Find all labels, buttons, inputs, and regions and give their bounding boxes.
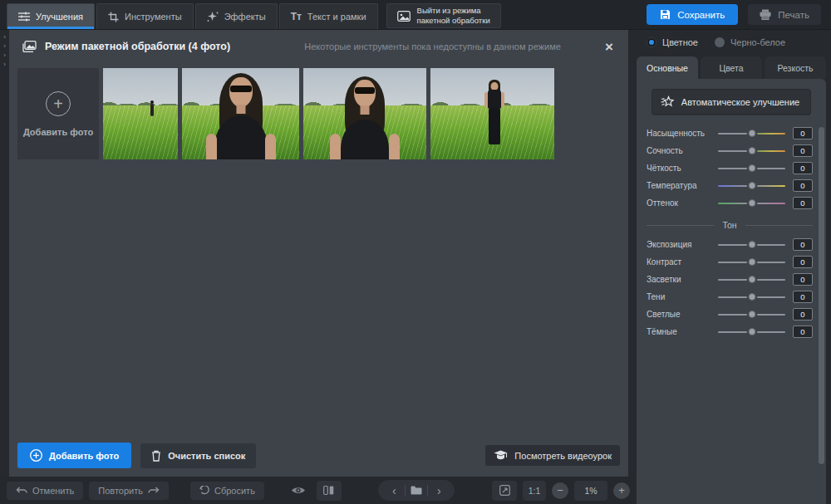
slider-value[interactable]: 0: [793, 127, 813, 139]
slider-track-right: [757, 296, 786, 298]
before-after-button[interactable]: [317, 481, 342, 501]
panel-scrollbar[interactable]: [819, 127, 824, 464]
slider-track[interactable]: [718, 146, 785, 155]
add-photo-tile[interactable]: + Добавить фото: [17, 68, 99, 159]
slider-knob[interactable]: [748, 182, 755, 189]
slider-track[interactable]: [718, 292, 785, 301]
slider-value[interactable]: 0: [793, 197, 813, 209]
open-folder-button[interactable]: [406, 486, 427, 495]
add-photo-button[interactable]: Добавить фото: [17, 443, 131, 468]
zoom-level[interactable]: 1%: [574, 481, 607, 501]
slider-row: Температура0: [637, 177, 826, 194]
thumbnail-strip: + Добавить фото: [9, 63, 628, 159]
preview-eye-button[interactable]: [286, 481, 311, 501]
photo-thumbnail[interactable]: [182, 68, 299, 159]
slider-value[interactable]: 0: [793, 273, 813, 286]
tab-basic[interactable]: Основные: [637, 56, 698, 79]
photo-thumbnail[interactable]: [430, 68, 554, 159]
slider-value[interactable]: 0: [793, 325, 813, 338]
slider-knob[interactable]: [748, 258, 755, 266]
slider-track[interactable]: [718, 275, 785, 284]
slider-track[interactable]: [718, 257, 785, 267]
slider-value[interactable]: 0: [793, 144, 813, 157]
slider-row: Светлые0: [637, 306, 826, 323]
tab-text-frames[interactable]: Tт Текст и рамки: [279, 3, 378, 29]
photo-list: [103, 68, 554, 159]
fit-to-screen-button[interactable]: [492, 481, 517, 501]
slider-track[interactable]: [718, 327, 785, 336]
zoom-in-button[interactable]: +: [613, 482, 630, 499]
slider-knob[interactable]: [748, 241, 755, 248]
photo-scene-shades: [230, 86, 252, 92]
slider-knob[interactable]: [748, 328, 755, 335]
reset-button[interactable]: Сбросить: [190, 482, 264, 500]
print-label: Печать: [778, 10, 809, 20]
divider: [647, 225, 714, 226]
actual-size-button[interactable]: 1:1: [523, 481, 546, 501]
photo-scene-neck: [236, 105, 245, 114]
slider-track[interactable]: [718, 240, 785, 249]
expand-chevron-icon[interactable]: ›: [3, 34, 6, 41]
tab-sharpness[interactable]: Резкость: [765, 56, 826, 79]
expand-chevron-icon[interactable]: ›: [3, 43, 6, 50]
previous-photo-button[interactable]: ‹: [383, 484, 405, 497]
slider-track-left: [718, 244, 747, 246]
expand-chevron-icon[interactable]: ›: [3, 61, 6, 68]
slider-knob[interactable]: [748, 276, 755, 283]
slider-label: Оттенок: [647, 198, 716, 208]
next-photo-button[interactable]: ›: [428, 484, 450, 497]
slider-track[interactable]: [718, 129, 785, 138]
photo-scene-f-arm-l: [484, 92, 488, 108]
watch-tutorial-button[interactable]: Посмотреть видеоурок: [485, 445, 620, 466]
print-button[interactable]: Печать: [748, 4, 821, 25]
slider-knob[interactable]: [748, 147, 755, 154]
undo-button[interactable]: Отменить: [7, 482, 83, 500]
slider-value[interactable]: 0: [793, 179, 813, 192]
radio-bw-mode[interactable]: Черно-белое: [715, 37, 785, 47]
save-button[interactable]: Сохранить: [647, 4, 738, 25]
clear-list-button[interactable]: Очистить список: [140, 443, 256, 468]
eye-icon: [291, 486, 306, 495]
tab-label: Инструменты: [125, 12, 182, 22]
tab-effects[interactable]: Эффекты: [195, 3, 278, 29]
auto-enhance-button[interactable]: Автоматическое улучшение: [652, 89, 811, 115]
zoom-out-button[interactable]: −: [552, 482, 568, 499]
slider-track[interactable]: [718, 164, 785, 173]
slider-track-right: [757, 244, 786, 246]
slider-knob[interactable]: [748, 199, 755, 207]
exit-batch-mode-button[interactable]: Выйти из режима пакетной обработки: [386, 3, 501, 28]
slider-value[interactable]: 0: [793, 238, 813, 251]
slider-track-left: [718, 133, 747, 135]
slider-track[interactable]: [718, 198, 785, 208]
photo-scene-f-arm-r: [501, 92, 504, 108]
slider-knob[interactable]: [748, 130, 755, 137]
photo-scene-arm-l: [206, 134, 217, 159]
slider-track-right: [757, 168, 786, 169]
tab-colors[interactable]: Цвета: [701, 56, 762, 79]
slider-row: Сочность0: [637, 142, 826, 159]
add-photo-tile-label: Добавить фото: [23, 127, 93, 137]
slider-knob[interactable]: [748, 311, 755, 318]
slider-track-left: [718, 262, 747, 263]
slider-knob[interactable]: [748, 293, 755, 301]
tab-tools[interactable]: Инструменты: [96, 3, 194, 29]
slider-value[interactable]: 0: [793, 256, 813, 268]
slider-knob[interactable]: [748, 164, 755, 172]
compare-icon: [323, 485, 334, 496]
redo-button[interactable]: Повторить: [89, 482, 169, 500]
photo-thumbnail[interactable]: [303, 68, 426, 159]
slider-row: Тёмные0: [637, 323, 826, 340]
slider-track[interactable]: [718, 181, 785, 190]
slider-track-right: [757, 133, 786, 135]
radio-color-mode[interactable]: Цветное: [647, 37, 698, 47]
slider-value[interactable]: 0: [793, 291, 813, 303]
slider-row: Насыщенность0: [637, 125, 826, 142]
slider-value[interactable]: 0: [793, 162, 813, 174]
slider-track[interactable]: [718, 310, 785, 319]
tab-enhancements[interactable]: Улучшения: [7, 3, 95, 29]
close-icon[interactable]: ×: [602, 38, 617, 56]
slider-label: Засветки: [647, 275, 716, 284]
photo-thumbnail[interactable]: [103, 68, 178, 159]
slider-value[interactable]: 0: [793, 308, 813, 321]
expand-chevron-icon[interactable]: ›: [3, 52, 6, 59]
